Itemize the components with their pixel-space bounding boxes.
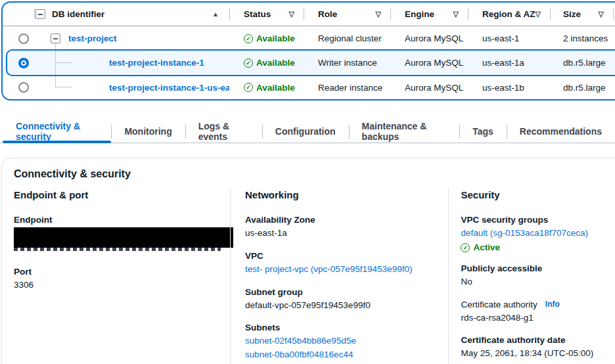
- size-cell: db.r5.large: [550, 83, 613, 93]
- status-badge: ✓Available: [244, 34, 295, 43]
- certificate-authority-date-label: Certificate authority date: [461, 335, 615, 345]
- db-identifier-link[interactable]: test-project-instance-1-us-east-1b: [109, 83, 229, 93]
- column-label: Region & AZ: [482, 9, 535, 19]
- radio-unselected[interactable]: [18, 82, 29, 93]
- filter-icon[interactable]: ▽: [376, 10, 381, 18]
- collapse-row-icon[interactable]: [51, 34, 60, 43]
- db-identifier-link[interactable]: test-project-instance-1: [109, 58, 204, 68]
- radio-selected[interactable]: [18, 58, 29, 68]
- column-header-db-identifier[interactable]: DB identifier ▲: [34, 3, 229, 26]
- tab-logs-events[interactable]: Logs & events: [185, 120, 262, 143]
- table-row-writer-instance[interactable]: test-project-instance-1 ✓Available Write…: [3, 51, 615, 75]
- publicly-accessible-label: Publicly accessible: [461, 263, 615, 273]
- filter-icon[interactable]: ▽: [289, 10, 294, 18]
- security-section: Security VPC security groups default (sg…: [448, 188, 615, 364]
- section-heading: Networking: [245, 189, 435, 200]
- column-header-status[interactable]: Status ▽: [229, 3, 304, 26]
- section-heading: Endpoint & port: [14, 189, 217, 200]
- region-cell: us-east-1b: [468, 83, 550, 93]
- endpoint-label: Endpoint: [14, 215, 217, 225]
- collapse-all-icon[interactable]: [35, 9, 45, 19]
- info-link[interactable]: Info: [545, 300, 560, 309]
- role-cell: Regional cluster: [304, 34, 390, 43]
- status-badge: ✓Available: [244, 83, 295, 93]
- size-cell: 2 instances: [550, 34, 613, 43]
- tab-recommendations[interactable]: Recommendations: [507, 120, 615, 143]
- column-label: Status: [244, 9, 289, 19]
- db-identifier-link[interactable]: test-project: [68, 34, 117, 43]
- role-cell: Reader instance: [304, 83, 390, 93]
- status-badge: ✓Available: [244, 58, 295, 68]
- redacted-endpoint-value: [14, 227, 233, 248]
- active-check-icon: ✓: [461, 243, 470, 252]
- subnet-link[interactable]: subnet-0ba00fbf04816ec44: [245, 348, 353, 361]
- available-check-icon: ✓: [244, 83, 253, 92]
- available-check-icon: ✓: [244, 34, 253, 43]
- engine-cell: Aurora MySQL: [390, 34, 468, 43]
- subnet-link[interactable]: subnet-02f45b4bb86e95d5e: [245, 334, 356, 348]
- filter-icon[interactable]: ▽: [535, 10, 541, 18]
- vpc-label: VPC: [245, 251, 435, 261]
- subnets-label: Subnets: [245, 323, 435, 332]
- engine-cell: Aurora MySQL: [390, 83, 468, 93]
- detail-tabs: Connectivity & security Monitoring Logs …: [0, 120, 615, 143]
- sg-active-status: ✓ Active: [461, 242, 500, 252]
- table-row-reader-instance[interactable]: test-project-instance-1-us-east-1b ✓Avai…: [3, 75, 615, 99]
- tab-maintenance-backups[interactable]: Maintenance & backups: [349, 120, 460, 143]
- table-header-row: DB identifier ▲ Status ▽ Role ▽ Engine ▽…: [3, 3, 615, 26]
- panel-title: Connectivity & security: [14, 168, 615, 180]
- column-header-region-az[interactable]: Region & AZ ▽: [468, 3, 550, 26]
- column-header-role[interactable]: Role ▽: [304, 3, 390, 26]
- header-select-column: [3, 3, 34, 26]
- certificate-authority-date-value: May 25, 2061, 18:34 (UTC-05:00): [461, 347, 615, 360]
- region-cell: us-east-1: [468, 34, 550, 43]
- role-cell: Writer instance: [304, 58, 390, 68]
- tab-monitoring[interactable]: Monitoring: [111, 120, 185, 143]
- size-cell: db.r5.large: [550, 58, 613, 68]
- available-check-icon: ✓: [244, 58, 253, 68]
- filter-icon[interactable]: ▽: [453, 10, 459, 18]
- certificate-authority-value: rds-ca-rsa2048-g1: [461, 311, 615, 325]
- availability-zone-label: Availability Zone: [245, 215, 435, 225]
- subnet-group-value: default-vpc-057e95f19453e99f0: [245, 299, 435, 312]
- column-label: Role: [318, 9, 376, 19]
- column-header-engine[interactable]: Engine ▽: [390, 3, 468, 26]
- port-label: Port: [14, 267, 217, 277]
- filter-icon[interactable]: ▽: [599, 10, 604, 18]
- security-group-link[interactable]: default (sg-0153aca18f707ceca): [461, 227, 588, 240]
- subnet-link[interactable]: subnet-0b52c1b8bd2433a43: [245, 361, 358, 364]
- tab-tags[interactable]: Tags: [459, 120, 507, 143]
- region-cell: us-east-1a: [468, 58, 550, 68]
- column-label: Engine: [405, 9, 453, 19]
- tab-configuration[interactable]: Configuration: [262, 120, 349, 143]
- db-instances-table: DB identifier ▲ Status ▽ Role ▽ Engine ▽…: [1, 1, 615, 101]
- section-heading: Security: [461, 189, 615, 200]
- radio-unselected[interactable]: [18, 34, 29, 44]
- subnet-group-label: Subnet group: [245, 287, 435, 297]
- vpc-link[interactable]: test- project-vpc (vpc-057e95f19453e99f0…: [245, 263, 412, 276]
- certificate-authority-label: Certificate authority Info: [461, 300, 615, 309]
- connectivity-security-panel: Connectivity & security Endpoint & port …: [1, 158, 615, 364]
- availability-zone-value: us-east-1a: [245, 227, 435, 240]
- endpoint-port-section: Endpoint & port Endpoint Port 3306: [2, 188, 230, 364]
- column-header-size[interactable]: Size ▽: [550, 3, 613, 26]
- vpc-security-groups-label: VPC security groups: [461, 215, 615, 225]
- tab-connectivity-security[interactable]: Connectivity & security: [3, 120, 111, 143]
- engine-cell: Aurora MySQL: [390, 58, 468, 68]
- redacted-text-sliver: [14, 248, 221, 251]
- networking-section: Networking Availability Zone us-east-1a …: [230, 188, 448, 364]
- column-label: Size: [563, 9, 599, 19]
- sort-ascending-icon[interactable]: ▲: [212, 11, 219, 18]
- publicly-accessible-value: No: [461, 275, 615, 288]
- port-value: 3306: [14, 279, 217, 292]
- column-label: DB identifier: [52, 9, 212, 19]
- table-row-cluster[interactable]: test-project ✓Available Regional cluster…: [3, 26, 615, 51]
